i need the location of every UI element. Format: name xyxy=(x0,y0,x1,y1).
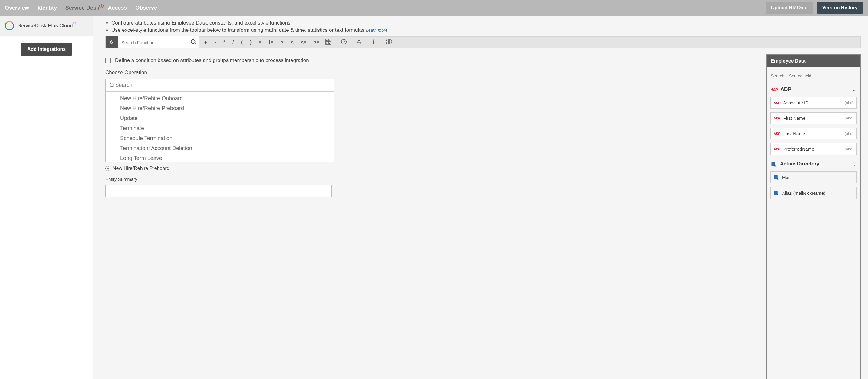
sidebar-header: ServiceDesk Plus Cloud ! ⋮ xyxy=(0,16,93,36)
field-type: (abc) xyxy=(844,116,854,120)
operation-checkbox[interactable] xyxy=(110,96,115,101)
clock-icon[interactable] xyxy=(340,38,347,46)
tab-identity[interactable]: Identity xyxy=(37,5,57,11)
field-type: (abc) xyxy=(844,100,854,105)
selected-operation-chip: − New Hire/Rehire Preboard xyxy=(105,166,861,171)
remove-chip-icon[interactable]: − xyxy=(105,166,110,171)
source-search-wrap xyxy=(770,72,857,81)
svg-line-15 xyxy=(113,86,115,87)
instruction-text: Use excel-style functions from the toolb… xyxy=(112,27,364,33)
field-card[interactable]: ADP Last Name (abc) xyxy=(770,128,857,139)
field-name: Last Name xyxy=(783,131,805,136)
source-group-adp[interactable]: ADP ADP ⌄ xyxy=(767,82,861,95)
operation-checkbox[interactable] xyxy=(110,146,115,151)
operation-item[interactable]: Terminate xyxy=(105,123,334,133)
nav-tabs: Overview Identity Service Desk ! Access … xyxy=(5,5,157,11)
operation-checkbox[interactable] xyxy=(110,126,115,131)
adp-logo-icon: ADP xyxy=(774,101,780,105)
svg-text:-: - xyxy=(329,39,330,41)
top-nav: Overview Identity Service Desk ! Access … xyxy=(0,0,868,16)
tab-label: Service Desk xyxy=(65,5,99,11)
sidebar-app-name: ServiceDesk Plus Cloud ! xyxy=(18,23,73,29)
tab-overview[interactable]: Overview xyxy=(5,5,29,11)
svg-point-12 xyxy=(373,40,374,40)
formula-toolbar: fx + - * / ( ) = != > < <= >= xyxy=(105,36,861,49)
brain-icon[interactable] xyxy=(385,38,393,46)
field-card[interactable]: ADP PreferredName (abc) xyxy=(770,143,857,155)
employee-data-panel: Employee Data ADP ADP ⌄ ADP Associate ID… xyxy=(766,55,861,379)
field-name: Associate ID xyxy=(783,100,809,105)
field-type: (abc) xyxy=(844,131,854,136)
operation-label: New Hire/Rehire Preboard xyxy=(120,105,184,112)
sidebar: ServiceDesk Plus Cloud ! ⋮ Add Integrati… xyxy=(0,16,93,379)
operation-item[interactable]: Schedule Termination xyxy=(105,133,334,144)
active-directory-icon xyxy=(774,190,779,196)
fx-icon: fx xyxy=(105,36,118,49)
op-rparen[interactable]: ) xyxy=(250,40,251,45)
entity-summary-label: Entity Summary xyxy=(105,177,861,182)
operation-item[interactable]: Long Term Leave xyxy=(105,153,334,162)
operation-list[interactable]: New Hire/Rehire Onboard New Hire/Rehire … xyxy=(105,92,334,162)
entity-summary-input[interactable] xyxy=(105,185,332,197)
chevron-down-icon: ⌄ xyxy=(852,87,856,93)
adp-logo-icon: ADP xyxy=(774,132,780,135)
kebab-menu-icon[interactable]: ⋮ xyxy=(79,22,88,29)
math-grid-icon[interactable]: +-×= xyxy=(325,38,332,46)
tab-observe[interactable]: Observe xyxy=(135,5,157,11)
operation-item[interactable]: Termination: Account Deletion xyxy=(105,144,334,153)
operation-checkbox[interactable] xyxy=(110,136,115,141)
svg-rect-13 xyxy=(373,41,374,44)
op-eq[interactable]: = xyxy=(259,40,261,45)
active-directory-icon xyxy=(771,161,777,167)
operation-search-input[interactable] xyxy=(115,82,330,88)
field-card[interactable]: Alias (mailNickName) xyxy=(770,187,857,199)
operation-checkbox[interactable] xyxy=(110,106,115,111)
op-gt[interactable]: > xyxy=(281,40,283,45)
search-icon[interactable] xyxy=(190,39,197,45)
operation-item[interactable]: Update xyxy=(105,114,334,123)
field-name: PreferredName xyxy=(783,147,814,152)
op-lparen[interactable]: ( xyxy=(241,40,242,45)
learn-more-link[interactable]: Learn more xyxy=(366,28,388,33)
employee-data-heading: Employee Data xyxy=(767,55,861,67)
operation-label: Terminate xyxy=(120,125,144,132)
field-card[interactable]: ADP First Name (abc) xyxy=(770,112,857,124)
op-neq[interactable]: != xyxy=(269,40,273,45)
condition-row: Define a condition based on attributes a… xyxy=(105,58,861,64)
op-plus[interactable]: + xyxy=(204,40,207,45)
operator-buttons: + - * / ( ) = != > < <= >= xyxy=(199,40,325,45)
op-multiply[interactable]: * xyxy=(223,40,225,45)
operation-checkbox[interactable] xyxy=(110,116,115,121)
search-icon xyxy=(109,82,115,88)
info-icon[interactable] xyxy=(371,38,377,46)
op-gte[interactable]: >= xyxy=(314,40,319,45)
adp-logo-icon: ADP xyxy=(771,88,777,91)
source-group-active-directory[interactable]: Active Directory ⌄ xyxy=(767,157,861,169)
op-lt[interactable]: < xyxy=(290,40,293,45)
instruction-list: Configure attributes using Employee Data… xyxy=(112,20,861,33)
operation-item[interactable]: New Hire/Rehire Preboard xyxy=(105,103,334,114)
op-divide[interactable]: / xyxy=(232,40,234,45)
op-minus[interactable]: - xyxy=(214,40,216,45)
upload-hr-data-button[interactable]: Upload HR Data xyxy=(766,2,813,13)
group-name: ADP xyxy=(780,87,849,93)
field-card[interactable]: Mail xyxy=(770,171,857,183)
add-integrations-button[interactable]: Add Integrations xyxy=(21,43,72,56)
operation-checkbox[interactable] xyxy=(110,156,115,161)
operation-label: Termination: Account Deletion xyxy=(120,145,192,152)
function-search-input[interactable] xyxy=(118,36,199,49)
operation-label: Long Term Leave xyxy=(120,155,162,161)
text-icon[interactable] xyxy=(355,38,362,46)
op-lte[interactable]: <= xyxy=(301,40,307,45)
source-field-search-input[interactable] xyxy=(770,72,857,80)
field-name: Alias (mailNickName) xyxy=(782,191,825,196)
field-name: First Name xyxy=(783,116,805,121)
function-category-icons: +-×= xyxy=(325,38,398,46)
version-history-button[interactable]: Version History xyxy=(817,2,863,13)
field-card[interactable]: ADP Associate ID (abc) xyxy=(770,97,857,108)
condition-checkbox[interactable] xyxy=(105,58,111,63)
alert-badge-icon: ! xyxy=(99,4,103,8)
tab-service-desk[interactable]: Service Desk ! xyxy=(65,5,99,11)
tab-access[interactable]: Access xyxy=(108,5,127,11)
operation-item[interactable]: New Hire/Rehire Onboard xyxy=(105,93,334,103)
